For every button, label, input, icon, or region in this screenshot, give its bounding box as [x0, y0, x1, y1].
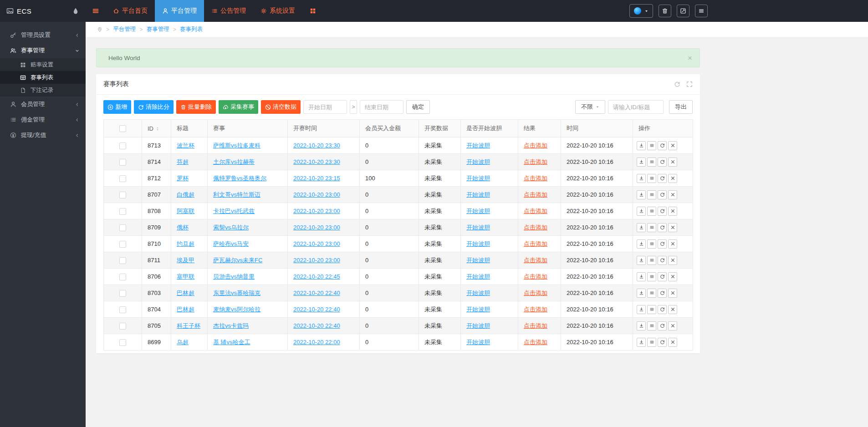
start-time-link[interactable]: 2022-10-20 23:00 — [293, 208, 340, 214]
delete-row-button[interactable] — [668, 305, 677, 314]
refresh-row-button[interactable] — [658, 207, 667, 216]
match-link[interactable]: 佩特罗鲁vs圣格奥尔 — [213, 175, 266, 182]
select-all-checkbox[interactable] — [119, 125, 126, 132]
result-link[interactable]: 点击添加 — [524, 224, 547, 231]
match-link[interactable]: 贝游击vs纳普里 — [213, 273, 255, 280]
delete-row-button[interactable] — [668, 239, 677, 249]
refresh-row-button[interactable] — [658, 289, 667, 298]
result-link[interactable]: 点击添加 — [524, 306, 547, 313]
delete-row-button[interactable] — [668, 223, 677, 232]
title-link[interactable]: 阿塞联 — [177, 208, 194, 214]
row-checkbox[interactable] — [119, 142, 126, 149]
export-row-button[interactable] — [637, 289, 646, 298]
purge-data-button[interactable]: 清空数据 — [261, 100, 301, 114]
detail-row-button[interactable] — [647, 272, 656, 281]
breadcrumb-item[interactable]: 平台管理 — [113, 25, 136, 33]
result-link[interactable]: 点击添加 — [524, 339, 547, 346]
refresh-row-button[interactable] — [658, 256, 667, 265]
start-time-link[interactable]: 2022-10-20 22:40 — [293, 306, 340, 313]
detail-row-button[interactable] — [647, 190, 656, 199]
title-link[interactable]: 巴林超 — [177, 290, 194, 296]
export-row-button[interactable] — [637, 272, 646, 281]
match-link[interactable]: 萨哈布vs马安 — [213, 240, 249, 247]
result-link[interactable]: 点击添加 — [524, 158, 547, 165]
bodan-link[interactable]: 开始波胆 — [466, 208, 490, 214]
bodan-link[interactable]: 开始波胆 — [466, 191, 490, 198]
start-time-link[interactable]: 2022-10-20 23:30 — [293, 158, 340, 165]
title-link[interactable]: 塞甲联 — [177, 273, 194, 280]
row-checkbox[interactable] — [119, 159, 126, 166]
sidebar-item-admin-settings[interactable]: 管理员设置 — [0, 27, 86, 43]
row-checkbox[interactable] — [119, 290, 126, 297]
export-row-button[interactable] — [637, 174, 646, 183]
delete-row-button[interactable] — [668, 190, 677, 199]
start-time-link[interactable]: 2022-10-20 23:30 — [293, 142, 340, 149]
title-link[interactable]: 埃及甲 — [177, 257, 194, 264]
row-checkbox[interactable] — [119, 306, 126, 313]
export-row-button[interactable] — [637, 158, 646, 167]
refresh-row-button[interactable] — [658, 223, 667, 232]
title-link[interactable]: 巴林超 — [177, 306, 194, 313]
export-row-button[interactable] — [637, 223, 646, 232]
nav-item-platform[interactable]: 平台管理 — [155, 0, 204, 22]
sidebar-item-member-management[interactable]: 会员管理 — [0, 97, 86, 112]
bodan-link[interactable]: 开始波胆 — [466, 339, 490, 346]
clear-cache-button[interactable] — [659, 5, 671, 17]
match-link[interactable]: 卡拉巴vs托武兹 — [213, 208, 255, 214]
confirm-button[interactable]: 确定 — [406, 100, 430, 114]
more-button[interactable] — [695, 5, 708, 17]
filter-dropdown[interactable]: 不限 — [575, 100, 605, 114]
match-link[interactable]: 利文哥vs特兰斯迈 — [213, 191, 260, 198]
delete-row-button[interactable] — [668, 321, 677, 330]
match-link[interactable]: 土尔库vs拉赫蒂 — [213, 158, 255, 165]
refresh-row-button[interactable] — [658, 190, 667, 199]
delete-row-button[interactable] — [668, 158, 677, 167]
detail-row-button[interactable] — [647, 158, 656, 167]
row-checkbox[interactable] — [119, 224, 126, 231]
fullscreen-icon[interactable] — [686, 81, 693, 87]
refresh-row-button[interactable] — [658, 305, 667, 314]
export-row-button[interactable] — [637, 207, 646, 216]
bodan-link[interactable]: 开始波胆 — [466, 306, 490, 313]
start-time-link[interactable]: 2022-10-20 23:00 — [293, 240, 340, 247]
refresh-row-button[interactable] — [658, 272, 667, 281]
match-link[interactable]: 基 辅vs哈金工 — [213, 339, 250, 346]
detail-row-button[interactable] — [647, 141, 656, 150]
export-row-button[interactable] — [637, 239, 646, 249]
result-link[interactable]: 点击添加 — [524, 273, 547, 280]
start-time-link[interactable]: 2022-10-20 22:45 — [293, 273, 340, 280]
column-header-id[interactable]: ID — [142, 120, 171, 137]
end-date-input[interactable] — [360, 100, 403, 114]
export-row-button[interactable] — [637, 321, 646, 330]
title-link[interactable]: 科王子杯 — [177, 322, 200, 329]
refresh-row-button[interactable] — [658, 141, 667, 150]
search-input[interactable] — [608, 100, 664, 114]
title-link[interactable]: 约旦超 — [177, 240, 194, 247]
result-link[interactable]: 点击添加 — [524, 240, 547, 247]
export-button[interactable]: 导出 — [669, 100, 693, 114]
detail-row-button[interactable] — [647, 321, 656, 330]
title-link[interactable]: 波兰杯 — [177, 142, 194, 149]
breadcrumb-item[interactable]: 赛事列表 — [180, 25, 203, 33]
title-link[interactable]: 芬超 — [177, 158, 189, 165]
add-button[interactable]: 新增 — [103, 100, 131, 114]
start-time-link[interactable]: 2022-10-20 23:15 — [293, 175, 340, 182]
result-link[interactable]: 点击添加 — [524, 142, 547, 149]
sidebar-item-odds-settings[interactable]: 赔率设置 — [0, 58, 86, 71]
delete-row-button[interactable] — [668, 141, 677, 150]
match-link[interactable]: 萨维斯vs拉多麦科 — [213, 142, 260, 149]
row-checkbox[interactable] — [119, 192, 126, 198]
sidebar-item-withdraw-recharge[interactable]: 提现/充值 — [0, 127, 86, 143]
detail-row-button[interactable] — [647, 338, 656, 347]
match-link[interactable]: 索契vs乌拉尔 — [213, 224, 249, 231]
browser-dropdown-button[interactable] — [629, 4, 653, 18]
bodan-link[interactable]: 开始波胆 — [466, 175, 490, 182]
export-row-button[interactable] — [637, 190, 646, 199]
bodan-link[interactable]: 开始波胆 — [466, 273, 490, 280]
bodan-link[interactable]: 开始波胆 — [466, 290, 490, 296]
detail-row-button[interactable] — [647, 174, 656, 183]
start-time-link[interactable]: 2022-10-20 22:40 — [293, 290, 340, 296]
title-link[interactable]: 乌超 — [177, 339, 189, 346]
alert-close-icon[interactable]: × — [688, 54, 692, 62]
collect-matches-button[interactable]: 采集赛事 — [219, 100, 258, 114]
